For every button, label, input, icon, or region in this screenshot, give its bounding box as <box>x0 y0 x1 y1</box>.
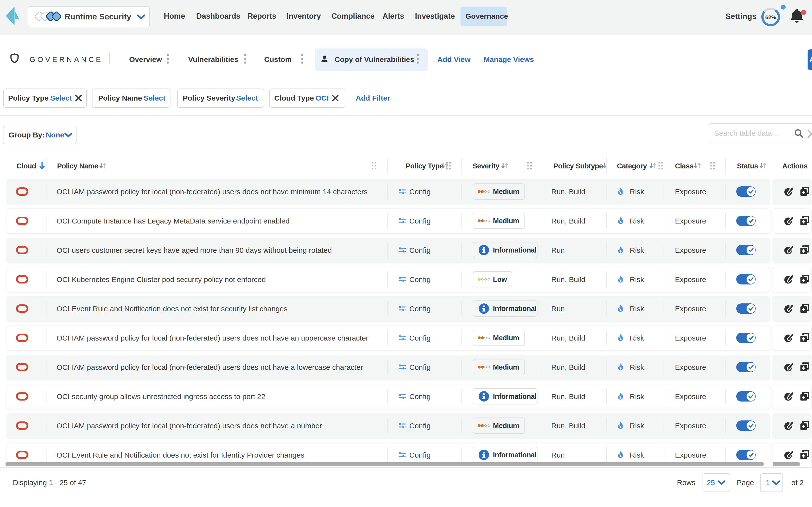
svg-text:62%: 62% <box>765 14 776 20</box>
